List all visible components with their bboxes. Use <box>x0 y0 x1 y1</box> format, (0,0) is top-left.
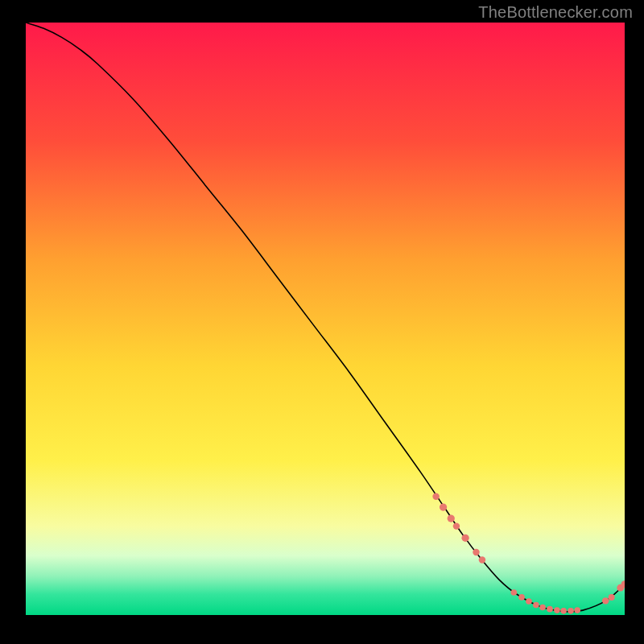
bottleneck-curve <box>26 23 625 612</box>
highlighted-points <box>432 493 625 614</box>
marker-dot <box>574 607 580 613</box>
watermark-text: TheBottlenecker.com <box>478 3 633 22</box>
marker-dot <box>526 598 532 605</box>
marker-dot <box>554 607 560 613</box>
plot-area <box>26 23 625 615</box>
marker-dot <box>511 589 518 596</box>
marker-dot <box>461 535 469 542</box>
marker-dot <box>560 608 567 614</box>
marker-dot <box>432 493 439 500</box>
marker-dot <box>440 503 447 510</box>
marker-dot <box>539 605 546 611</box>
marker-dot <box>479 556 485 563</box>
curve-layer <box>26 23 625 615</box>
marker-dot <box>453 522 460 529</box>
marker-dot <box>473 549 479 555</box>
marker-dot <box>518 594 525 601</box>
marker-dot <box>533 602 539 609</box>
marker-dot <box>547 606 553 613</box>
marker-dot <box>609 594 615 601</box>
marker-dot <box>602 597 609 604</box>
chart-stage: TheBottlenecker.com <box>0 0 644 644</box>
marker-dot <box>448 514 455 522</box>
marker-dot <box>568 608 574 614</box>
